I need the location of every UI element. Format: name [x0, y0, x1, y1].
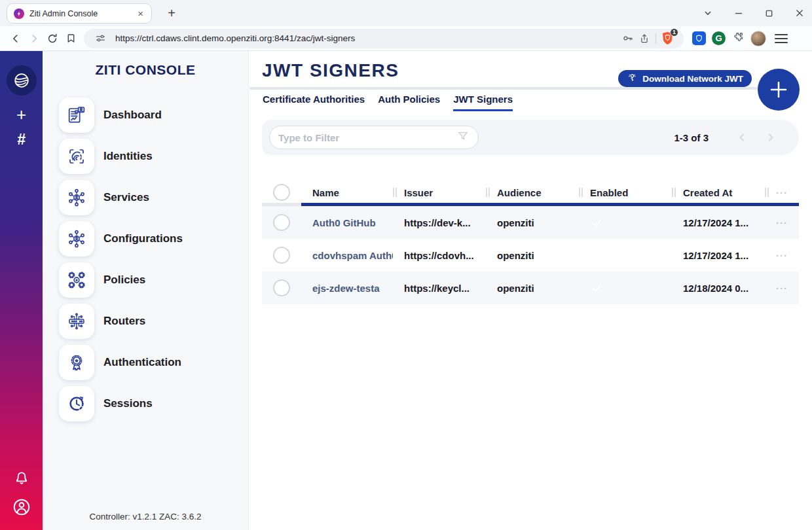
browser-menu-icon[interactable] — [775, 34, 788, 43]
page-next-button[interactable] — [764, 130, 778, 145]
row-name[interactable]: Auth0 GitHub — [301, 217, 393, 228]
sidebar-item-routers[interactable]: Routers — [43, 300, 248, 342]
pagination: 1-3 of 3 — [674, 130, 799, 145]
add-icon[interactable]: + — [16, 106, 26, 123]
grammarly-extension-icon[interactable]: G — [712, 31, 726, 45]
row-name[interactable]: ejs-zdew-testa — [301, 283, 393, 294]
ziti-console-app: + # ZITI CONSOLE Dashboard — [0, 51, 812, 530]
tab-search-chevron-icon[interactable] — [703, 9, 712, 18]
console-title: ZITI CONSOLE — [43, 51, 248, 78]
brave-shield-icon[interactable]: 1 — [659, 30, 676, 47]
auth-tabs: Certificate Authorities Auth Policies JW… — [263, 94, 513, 111]
sidebar-item-authentication[interactable]: Authentication — [43, 342, 248, 383]
row-checkbox[interactable] — [273, 247, 290, 264]
row-audience: openziti — [486, 283, 579, 294]
extensions-puzzle-icon[interactable] — [731, 31, 745, 46]
download-network-jwt-button[interactable]: Download Network JWT — [618, 70, 752, 87]
column-header-issuer[interactable]: Issuer — [393, 187, 486, 198]
dashboard-icon — [59, 97, 94, 133]
table-row[interactable]: ejs-zdew-testa https://keycl... openziti… — [262, 272, 799, 304]
password-key-icon[interactable] — [619, 30, 636, 47]
filter-bar: 1-3 of 3 — [262, 120, 799, 155]
table-header: Name Issuer Audience Enabled Created At … — [262, 182, 799, 203]
bitwarden-extension-icon[interactable] — [692, 31, 706, 45]
row-created-at: 12/18/2024 0... — [672, 283, 765, 294]
table-menu-icon[interactable]: ··· — [765, 187, 799, 198]
sidebar-item-identities[interactable]: Identities — [43, 135, 248, 177]
window-maximize-button[interactable] — [765, 9, 773, 18]
back-button[interactable] — [7, 29, 25, 48]
hash-icon[interactable]: # — [17, 132, 26, 147]
medal-icon — [59, 345, 94, 380]
add-jwt-signer-button[interactable] — [758, 69, 800, 111]
row-audience: openziti — [486, 250, 579, 261]
profile-avatar[interactable] — [750, 31, 766, 46]
fingerprint-icon — [59, 139, 94, 174]
toolbar-divider — [655, 33, 656, 44]
select-all-checkbox[interactable] — [273, 184, 290, 201]
share-icon[interactable] — [636, 30, 653, 47]
sidebar-item-label: Dashboard — [103, 109, 162, 122]
jwt-signers-table: Name Issuer Audience Enabled Created At … — [262, 182, 799, 304]
profile-icon[interactable] — [12, 497, 31, 520]
icon-rail: + # — [0, 51, 43, 530]
column-header-enabled[interactable]: Enabled — [579, 187, 672, 198]
filter-input-wrapper — [269, 126, 479, 149]
table-row[interactable]: cdovhspam Auth0 https://cdovh... openzit… — [262, 239, 799, 272]
column-header-name[interactable]: Name — [301, 187, 393, 198]
table-header-bar — [262, 203, 799, 206]
window-close-button[interactable] — [795, 9, 804, 18]
sidebar-item-policies[interactable]: Policies — [43, 259, 248, 300]
browser-tab[interactable]: Ziti Admin Console × — [7, 3, 152, 24]
router-icon — [59, 304, 94, 339]
tab-close-icon[interactable]: × — [136, 9, 145, 18]
new-tab-button[interactable]: + — [164, 5, 179, 21]
row-menu-icon[interactable]: ··· — [765, 250, 799, 261]
column-header-created-at[interactable]: Created At — [672, 187, 765, 198]
jwt-key-icon — [627, 73, 638, 84]
tab-certificate-authorities[interactable]: Certificate Authorities — [263, 94, 365, 111]
forward-button[interactable] — [25, 29, 43, 48]
row-menu-icon[interactable]: ··· — [765, 283, 799, 294]
clock-icon — [59, 386, 94, 421]
sidebar-item-label: Sessions — [103, 397, 153, 410]
reload-button[interactable] — [43, 29, 62, 48]
column-header-audience[interactable]: Audience — [486, 187, 579, 198]
row-checkbox[interactable] — [273, 214, 290, 231]
sidebar-item-configurations[interactable]: Configurations — [43, 218, 248, 259]
browser-toolbar: https://ctrl.cdaws.clint.demo.openziti.o… — [0, 26, 812, 51]
url-bar[interactable]: https://ctrl.cdaws.clint.demo.openziti.o… — [84, 29, 684, 48]
pagination-count: 1-3 of 3 — [674, 132, 709, 143]
sidebar-item-sessions[interactable]: Sessions — [43, 383, 248, 424]
window-minimize-button[interactable] — [734, 9, 743, 18]
table-row[interactable]: Auth0 GitHub https://dev-k... openziti 1… — [262, 206, 799, 239]
network-icon — [59, 221, 94, 256]
download-button-label: Download Network JWT — [642, 74, 743, 84]
row-menu-icon[interactable]: ··· — [765, 217, 799, 228]
header-divider — [249, 87, 758, 90]
row-created-at: 12/17/2024 1... — [672, 217, 765, 228]
row-name[interactable]: cdovhspam Auth0 — [301, 250, 393, 261]
browser-window: Ziti Admin Console × + https://ctrl.cdaw… — [0, 0, 812, 530]
tab-auth-policies[interactable]: Auth Policies — [378, 94, 440, 111]
sidebar-item-dashboard[interactable]: Dashboard — [43, 94, 248, 135]
shield-badge: 1 — [670, 28, 678, 37]
page-prev-button[interactable] — [735, 130, 749, 145]
row-issuer: https://keycl... — [393, 283, 486, 294]
sidebar-item-label: Configurations — [103, 232, 183, 245]
row-checkbox[interactable] — [273, 279, 290, 296]
bookmark-icon[interactable] — [62, 29, 80, 48]
url-text: https://ctrl.cdaws.clint.demo.openziti.o… — [115, 33, 619, 43]
network-icon — [59, 180, 94, 215]
filter-input[interactable] — [278, 132, 456, 143]
sidebar-item-label: Services — [103, 191, 149, 204]
sidebar: ZITI CONSOLE Dashboard Identities — [43, 51, 249, 530]
tab-jwt-signers[interactable]: JWT Signers — [453, 94, 513, 111]
notifications-bell-icon[interactable] — [13, 469, 30, 489]
site-settings-icon[interactable] — [92, 30, 109, 47]
sidebar-item-services[interactable]: Services — [43, 177, 248, 218]
ziti-logo-icon[interactable] — [7, 65, 37, 96]
filter-funnel-icon[interactable] — [456, 130, 470, 145]
row-issuer: https://dev-k... — [393, 217, 486, 228]
browser-tab-strip: Ziti Admin Console × + — [0, 0, 812, 26]
